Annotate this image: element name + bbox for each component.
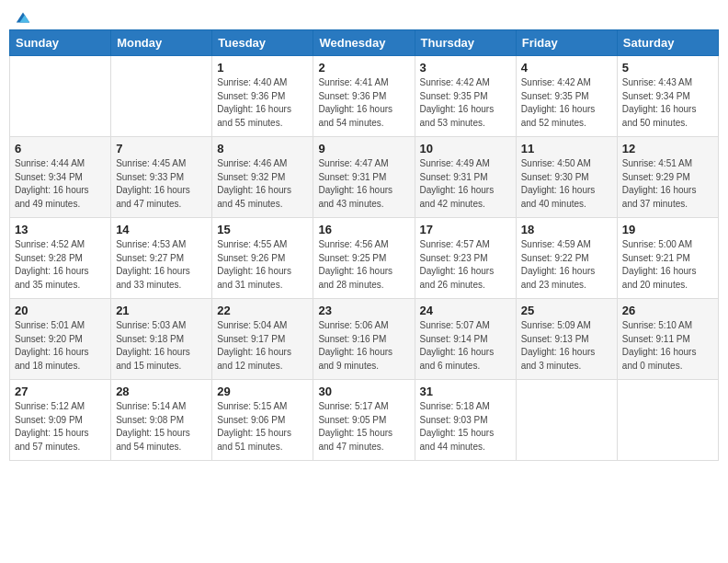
day-info: Sunrise: 5:14 AMSunset: 9:08 PMDaylight:… [116,400,207,454]
day-number: 13 [15,223,106,236]
day-info: Sunrise: 4:56 AMSunset: 9:25 PMDaylight:… [318,238,409,292]
day-info: Sunrise: 4:49 AMSunset: 9:31 PMDaylight:… [420,157,511,211]
day-info: Sunrise: 5:18 AMSunset: 9:03 PMDaylight:… [420,400,511,454]
calendar-cell [111,56,212,137]
calendar-week-row: 6Sunrise: 4:44 AMSunset: 9:34 PMDaylight… [10,137,719,218]
day-info: Sunrise: 4:52 AMSunset: 9:28 PMDaylight:… [15,238,106,292]
calendar-cell: 5Sunrise: 4:43 AMSunset: 9:34 PMDaylight… [617,56,718,137]
calendar-cell: 19Sunrise: 5:00 AMSunset: 9:21 PMDayligh… [617,218,718,299]
calendar-cell: 13Sunrise: 4:52 AMSunset: 9:28 PMDayligh… [10,218,111,299]
day-header-tuesday: Tuesday [212,30,313,56]
day-info: Sunrise: 5:07 AMSunset: 9:14 PMDaylight:… [420,319,511,373]
day-number: 2 [318,61,409,75]
calendar-cell: 30Sunrise: 5:17 AMSunset: 9:05 PMDayligh… [313,380,415,461]
day-header-monday: Monday [111,30,212,56]
calendar-week-row: 20Sunrise: 5:01 AMSunset: 9:20 PMDayligh… [10,299,719,380]
day-info: Sunrise: 4:51 AMSunset: 9:29 PMDaylight:… [622,157,713,211]
calendar-week-row: 27Sunrise: 5:12 AMSunset: 9:09 PMDayligh… [10,380,719,461]
day-info: Sunrise: 4:59 AMSunset: 9:22 PMDaylight:… [521,238,612,292]
day-info: Sunrise: 4:44 AMSunset: 9:34 PMDaylight:… [15,157,106,211]
calendar-cell: 14Sunrise: 4:53 AMSunset: 9:27 PMDayligh… [111,218,212,299]
day-number: 11 [521,142,612,155]
day-info: Sunrise: 4:43 AMSunset: 9:34 PMDaylight:… [622,76,713,130]
day-header-thursday: Thursday [415,30,516,56]
day-info: Sunrise: 4:40 AMSunset: 9:36 PMDaylight:… [217,76,308,130]
calendar-cell: 21Sunrise: 5:03 AMSunset: 9:18 PMDayligh… [111,299,212,380]
calendar-cell [10,56,111,137]
day-info: Sunrise: 5:12 AMSunset: 9:09 PMDaylight:… [15,400,106,454]
day-header-friday: Friday [516,30,617,56]
calendar-cell [516,380,617,461]
day-info: Sunrise: 5:06 AMSunset: 9:16 PMDaylight:… [318,319,409,373]
day-number: 21 [116,304,207,317]
day-number: 23 [318,304,409,317]
calendar-cell: 10Sunrise: 4:49 AMSunset: 9:31 PMDayligh… [415,137,516,218]
day-number: 4 [521,61,612,75]
calendar-cell: 31Sunrise: 5:18 AMSunset: 9:03 PMDayligh… [415,380,516,461]
day-info: Sunrise: 4:41 AMSunset: 9:36 PMDaylight:… [318,76,409,130]
calendar-cell: 24Sunrise: 5:07 AMSunset: 9:14 PMDayligh… [415,299,516,380]
calendar-cell: 4Sunrise: 4:42 AMSunset: 9:35 PMDaylight… [516,56,617,137]
calendar-cell: 23Sunrise: 5:06 AMSunset: 9:16 PMDayligh… [313,299,415,380]
day-header-sunday: Sunday [10,30,111,56]
day-info: Sunrise: 4:42 AMSunset: 9:35 PMDaylight:… [521,76,612,130]
calendar-cell: 6Sunrise: 4:44 AMSunset: 9:34 PMDaylight… [10,137,111,218]
day-number: 10 [420,142,511,155]
day-number: 17 [420,223,511,236]
day-number: 27 [15,385,106,398]
calendar-cell: 18Sunrise: 4:59 AMSunset: 9:22 PMDayligh… [516,218,617,299]
day-info: Sunrise: 5:10 AMSunset: 9:11 PMDaylight:… [622,319,713,373]
day-number: 9 [318,142,409,155]
calendar-cell: 12Sunrise: 4:51 AMSunset: 9:29 PMDayligh… [617,137,718,218]
day-number: 3 [420,61,511,75]
day-number: 15 [217,223,308,236]
calendar-cell: 16Sunrise: 4:56 AMSunset: 9:25 PMDayligh… [313,218,415,299]
calendar-cell: 27Sunrise: 5:12 AMSunset: 9:09 PMDayligh… [10,380,111,461]
calendar-cell: 25Sunrise: 5:09 AMSunset: 9:13 PMDayligh… [516,299,617,380]
calendar-cell: 26Sunrise: 5:10 AMSunset: 9:11 PMDayligh… [617,299,718,380]
calendar-cell: 7Sunrise: 4:45 AMSunset: 9:33 PMDaylight… [111,137,212,218]
calendar-week-row: 13Sunrise: 4:52 AMSunset: 9:28 PMDayligh… [10,218,719,299]
logo [13,9,31,22]
day-info: Sunrise: 4:47 AMSunset: 9:31 PMDaylight:… [318,157,409,211]
day-number: 12 [622,142,713,155]
day-number: 7 [116,142,207,155]
day-number: 28 [116,385,207,398]
day-number: 31 [420,385,511,398]
day-info: Sunrise: 5:09 AMSunset: 9:13 PMDaylight:… [521,319,612,373]
day-number: 6 [15,142,106,155]
calendar-cell: 1Sunrise: 4:40 AMSunset: 9:36 PMDaylight… [212,56,313,137]
day-info: Sunrise: 4:46 AMSunset: 9:32 PMDaylight:… [217,157,308,211]
day-number: 29 [217,385,308,398]
day-info: Sunrise: 4:50 AMSunset: 9:30 PMDaylight:… [521,157,612,211]
day-info: Sunrise: 5:03 AMSunset: 9:18 PMDaylight:… [116,319,207,373]
calendar-week-row: 1Sunrise: 4:40 AMSunset: 9:36 PMDaylight… [10,56,719,137]
calendar-cell: 9Sunrise: 4:47 AMSunset: 9:31 PMDaylight… [313,137,415,218]
calendar-cell: 22Sunrise: 5:04 AMSunset: 9:17 PMDayligh… [212,299,313,380]
calendar-cell: 8Sunrise: 4:46 AMSunset: 9:32 PMDaylight… [212,137,313,218]
day-info: Sunrise: 4:45 AMSunset: 9:33 PMDaylight:… [116,157,207,211]
day-info: Sunrise: 5:17 AMSunset: 9:05 PMDaylight:… [318,400,409,454]
day-info: Sunrise: 4:42 AMSunset: 9:35 PMDaylight:… [420,76,511,130]
calendar-cell: 2Sunrise: 4:41 AMSunset: 9:36 PMDaylight… [313,56,415,137]
day-number: 18 [521,223,612,236]
calendar-cell: 15Sunrise: 4:55 AMSunset: 9:26 PMDayligh… [212,218,313,299]
day-info: Sunrise: 4:55 AMSunset: 9:26 PMDaylight:… [217,238,308,292]
calendar-cell: 17Sunrise: 4:57 AMSunset: 9:23 PMDayligh… [415,218,516,299]
day-info: Sunrise: 5:04 AMSunset: 9:17 PMDaylight:… [217,319,308,373]
day-number: 30 [318,385,409,398]
day-number: 25 [521,304,612,317]
day-number: 5 [622,61,713,75]
calendar-cell: 20Sunrise: 5:01 AMSunset: 9:20 PMDayligh… [10,299,111,380]
calendar-header-row: SundayMondayTuesdayWednesdayThursdayFrid… [10,30,719,56]
day-number: 1 [217,61,308,75]
logo-icon [15,9,31,26]
calendar-cell: 3Sunrise: 4:42 AMSunset: 9:35 PMDaylight… [415,56,516,137]
day-number: 19 [622,223,713,236]
page-header [9,9,719,22]
day-number: 20 [15,304,106,317]
day-number: 16 [318,223,409,236]
calendar-cell: 29Sunrise: 5:15 AMSunset: 9:06 PMDayligh… [212,380,313,461]
calendar-cell [617,380,718,461]
day-info: Sunrise: 5:01 AMSunset: 9:20 PMDaylight:… [15,319,106,373]
